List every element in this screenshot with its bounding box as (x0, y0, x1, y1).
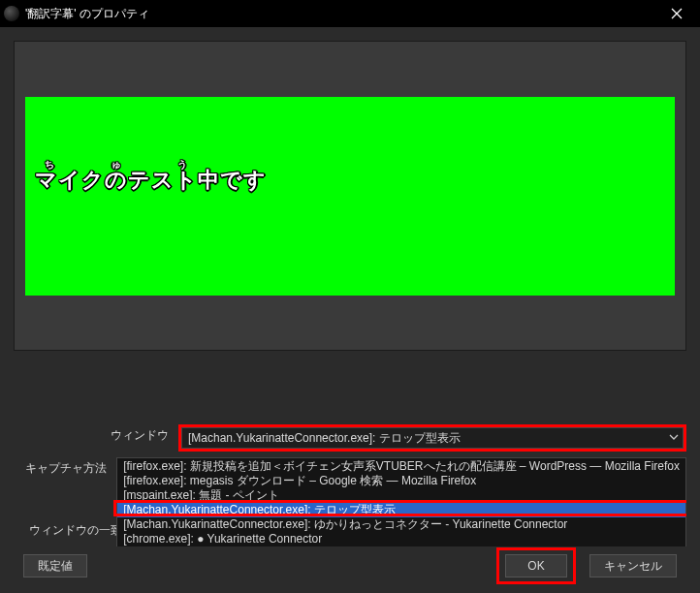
close-button[interactable] (657, 0, 696, 27)
dropdown-option[interactable]: [firefox.exe]: 新規投稿を追加＜ボイチェン女声系VTUBERへたれ… (117, 459, 685, 474)
window-select-value: [Machan.YukarinatteConnector.exe]: テロップ型… (188, 430, 461, 447)
row-window: ウィンドウ [Machan.YukarinatteConnector.exe]:… (14, 424, 686, 452)
preview-subtitle: マイクのテストちゅう中です (35, 160, 267, 195)
dropdown-option[interactable]: [mspaint.exe]: 無題 - ペイント (117, 488, 685, 503)
preview-area: マイクのテストちゅう中です (14, 41, 686, 351)
highlight-window-select: [Machan.YukarinatteConnector.exe]: テロップ型… (178, 424, 686, 452)
cancel-button[interactable]: キャンセル (589, 554, 677, 577)
label-window: ウィンドウ (14, 424, 178, 444)
defaults-button[interactable]: 既定値 (23, 554, 87, 577)
dropdown-option[interactable]: [Machan.YukarinatteConnector.exe]: テロップ型… (117, 503, 685, 517)
row-capture: キャプチャ方法 [firefox.exe]: 新規投稿を追加＜ボイチェン女声系V… (14, 457, 686, 546)
dialog-footer: 既定値 OK キャンセル (14, 546, 686, 585)
dropdown-option[interactable]: [firefox.exe]: megasis ダウンロード – Google 検… (117, 474, 685, 488)
preview-canvas: マイクのテストちゅう中です (25, 97, 675, 296)
window-dropdown-list[interactable]: [firefox.exe]: 新規投稿を追加＜ボイチェン女声系VTUBERへたれ… (116, 457, 686, 546)
chevron-down-icon (669, 431, 679, 445)
titlebar: '翻訳字幕' のプロパティ (0, 0, 700, 27)
properties-form: ウィンドウ [Machan.YukarinatteConnector.exe]:… (14, 424, 686, 546)
window-title: '翻訳字幕' のプロパティ (25, 6, 657, 22)
window-select[interactable]: [Machan.YukarinatteConnector.exe]: テロップ型… (181, 427, 684, 449)
dropdown-option[interactable]: [Machan.YukarinatteConnector.exe]: ゆかりねっ… (117, 517, 685, 532)
highlight-ok: OK (496, 547, 576, 584)
app-icon (4, 6, 19, 21)
ok-button[interactable]: OK (505, 554, 567, 577)
label-capture: キャプチャ方法 (14, 457, 116, 477)
close-icon (671, 8, 683, 19)
dropdown-option[interactable]: [chrome.exe]: ● Yukarinette Connector (117, 532, 685, 546)
